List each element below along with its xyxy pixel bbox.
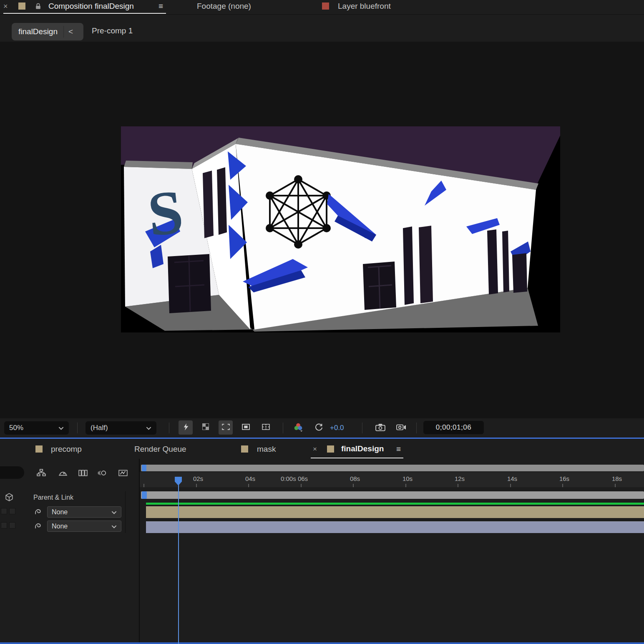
layer-video-toggle[interactable] — [1, 508, 7, 514]
divider — [283, 423, 283, 433]
comp-tab-swatch-icon — [18, 3, 25, 10]
layer-tab-swatch-icon — [322, 3, 329, 10]
grid-guides-icon — [262, 424, 270, 432]
layer-audio-toggle[interactable] — [9, 508, 15, 514]
resolution-value: (Half) — [91, 424, 108, 432]
magnification-select[interactable]: 50% — [4, 421, 69, 435]
grid-guides-button[interactable] — [259, 420, 273, 435]
active-tab-underline — [3, 13, 166, 14]
parent-select[interactable]: None — [47, 521, 121, 532]
layer-duration-bar[interactable] — [146, 506, 644, 518]
layer-duration-bar[interactable] — [146, 521, 644, 533]
timeline-panel: 0:00s 02s 04s 06s 08s 10s 12s 14s 16s 18… — [0, 459, 644, 644]
frame-blending-icon[interactable] — [78, 470, 88, 478]
show-snapshot-icon — [396, 423, 406, 433]
chevron-down-icon — [58, 424, 64, 432]
chevron-down-icon — [111, 523, 117, 530]
chevron-down-icon — [146, 424, 151, 432]
tab-composition[interactable]: Composition finalDesign — [48, 2, 134, 11]
region-of-interest-button[interactable] — [219, 420, 233, 435]
layer-row: None — [0, 506, 644, 519]
checkerboard-icon — [202, 423, 209, 432]
breadcrumb-back-icon[interactable]: < — [64, 27, 78, 36]
composition-preview[interactable]: S — [121, 126, 560, 332]
panel-menu-icon[interactable]: ≡ — [158, 2, 163, 10]
cube-3d-icon — [5, 493, 13, 503]
comp-search-field[interactable] — [0, 466, 24, 479]
motion-blur-icon[interactable] — [98, 470, 107, 478]
rgb-channels-icon — [293, 423, 303, 433]
tab-render-queue[interactable]: Render Queue — [134, 445, 186, 454]
time-navigator-bar[interactable] — [141, 465, 644, 471]
show-channel-button[interactable] — [291, 421, 305, 435]
composition-flowchart-icon[interactable] — [37, 469, 46, 478]
tab-finaldesign[interactable]: finalDesign — [341, 444, 384, 453]
precomp-tab-swatch-icon — [35, 445, 43, 453]
region-of-interest-icon — [222, 424, 230, 432]
tab-mask[interactable]: mask — [257, 445, 276, 454]
parent-select[interactable]: None — [47, 506, 121, 518]
lightning-icon — [183, 423, 189, 432]
viewer-footer-toolbar: 50% (Half) +0.0 — [0, 418, 644, 438]
after-effects-window: × Composition finalDesign ≡ Footage (non… — [0, 0, 644, 644]
layer-row: None — [0, 520, 644, 533]
magnification-value: 50% — [9, 424, 23, 432]
breadcrumb: finalDesign < Pre-comp 1 — [0, 20, 644, 42]
building-projection-render: S — [121, 126, 560, 332]
divider — [0, 14, 644, 15]
divider — [416, 423, 417, 433]
reset-exposure-button[interactable] — [312, 421, 325, 435]
composition-viewer[interactable]: S — [0, 42, 644, 418]
parent-pickwhip-icon[interactable] — [34, 521, 43, 531]
shy-layers-icon[interactable] — [58, 470, 68, 478]
camera-icon — [375, 423, 385, 433]
time-ruler[interactable]: 0:00s 02s 04s 06s 08s 10s 12s 14s 16s 18… — [140, 472, 644, 487]
rendered-frames-indicator — [146, 503, 644, 505]
timeline-tab-close-icon[interactable]: × — [313, 445, 317, 453]
comp-tab-bar: × Composition finalDesign ≡ Footage (non… — [0, 0, 644, 14]
timeline-menu-icon[interactable]: ≡ — [396, 445, 401, 453]
lock-icon[interactable] — [35, 3, 41, 12]
parent-pickwhip-icon[interactable] — [34, 507, 43, 517]
work-area-start-handle[interactable] — [142, 491, 147, 499]
graph-editor-icon[interactable] — [118, 470, 128, 478]
panel-divider-accent[interactable] — [0, 438, 644, 439]
finaldesign-tab-swatch-icon — [327, 445, 334, 453]
divider — [362, 423, 362, 433]
divider — [77, 423, 78, 433]
timeline-tab-bar: precomp Render Queue mask × finalDesign … — [0, 440, 644, 459]
show-snapshot-button[interactable] — [394, 421, 409, 435]
reset-exposure-icon — [314, 423, 323, 433]
timecode-value: 0;00;01;06 — [436, 423, 471, 432]
exposure-value[interactable]: +0.0 — [330, 424, 344, 432]
parent-link-column-header: Parent & Link — [33, 494, 73, 501]
take-snapshot-button[interactable] — [373, 421, 388, 435]
parent-select-value: None — [52, 523, 68, 530]
building-logo-s: S — [145, 176, 186, 249]
work-area-bar[interactable] — [141, 491, 644, 499]
bottom-panel-accent — [0, 642, 644, 644]
mask-visibility-button[interactable] — [239, 420, 253, 435]
panel-close-icon[interactable]: × — [3, 3, 8, 10]
current-time-field[interactable]: 0;00;01;06 — [423, 421, 484, 434]
parent-select-value: None — [52, 508, 68, 516]
layer-audio-toggle[interactable] — [9, 522, 15, 528]
tab-footage[interactable]: Footage (none) — [197, 2, 251, 11]
transparency-grid-button[interactable] — [199, 420, 213, 435]
layer-video-toggle[interactable] — [1, 522, 7, 528]
ruler-tick-marks — [140, 472, 644, 487]
mask-tab-swatch-icon — [241, 445, 248, 453]
chevron-down-icon — [111, 508, 117, 516]
playhead-line[interactable] — [178, 478, 179, 644]
tab-layer[interactable]: Layer bluefront — [338, 2, 391, 11]
divider — [169, 423, 169, 433]
mask-icon — [242, 424, 250, 432]
resolution-select[interactable]: (Half) — [86, 421, 156, 435]
breadcrumb-parent[interactable]: Pre-comp 1 — [92, 26, 133, 35]
tab-precomp[interactable]: precomp — [51, 445, 82, 454]
fast-previews-button[interactable] — [179, 420, 193, 435]
active-tab-underline — [311, 458, 403, 458]
breadcrumb-current-label: finalDesign — [12, 27, 63, 36]
time-navigator-start-handle[interactable] — [142, 465, 146, 471]
breadcrumb-current-chip[interactable]: finalDesign < — [12, 23, 83, 40]
